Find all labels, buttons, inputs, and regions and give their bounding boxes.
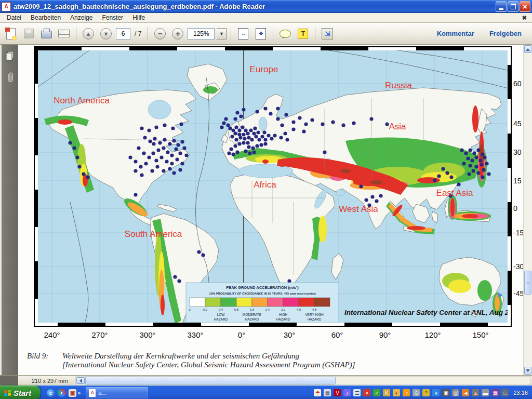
- adobe-reader-app-icon: A: [2, 2, 11, 11]
- x-tick-120: 120°: [420, 330, 445, 339]
- tray-safe-box-icon[interactable]: ▣: [442, 389, 449, 396]
- zoom-in-button[interactable]: +: [170, 26, 185, 42]
- tray-printer-icon[interactable]: ▦: [324, 389, 331, 396]
- start-button[interactable]: Start: [0, 385, 41, 399]
- start-label: Start: [14, 389, 31, 397]
- email-button[interactable]: [56, 26, 72, 42]
- tray-globe-gray-icon[interactable]: ⊙: [413, 389, 420, 396]
- next-page-button[interactable]: ▼: [98, 26, 114, 42]
- horizontal-scrollbar[interactable]: [75, 376, 531, 385]
- tray-signal-tower-icon[interactable]: ▲: [472, 389, 479, 396]
- kommentar-button[interactable]: Kommentar: [430, 30, 482, 37]
- scroll-down-button[interactable]: [524, 367, 531, 375]
- fit-width-button[interactable]: ↔: [235, 26, 251, 42]
- vertical-scrollbar[interactable]: [523, 45, 532, 375]
- tray-green-utility-icon[interactable]: ✓: [373, 389, 380, 396]
- restore-button[interactable]: [508, 1, 518, 12]
- menu-bearbeiten[interactable]: Bearbeiten: [26, 14, 65, 22]
- tray-folder-clock-icon[interactable]: ◐: [393, 389, 400, 396]
- quicklaunch-mail-app-icon[interactable]: ▣: [69, 389, 76, 397]
- scroll-down-icon: [526, 369, 530, 374]
- desktop: A atw2009_12_sadegh_bautechnische_ausleg…: [0, 0, 532, 399]
- save-button[interactable]: [21, 26, 36, 42]
- tray-blocked-app-icon[interactable]: ×: [363, 389, 370, 396]
- tray-task-list-icon[interactable]: ☰: [353, 389, 361, 396]
- menu-bar: Datei Bearbeiten Anzeige Fenster Hilfe ✖: [0, 13, 532, 23]
- x-tick-300: 300°: [135, 330, 160, 339]
- menu-hilfe[interactable]: Hilfe: [128, 14, 150, 22]
- tray-blue-drop-icon[interactable]: ●: [432, 389, 440, 396]
- figure-caption: Bild 9: Weltweite Darstellung der Kernkr…: [18, 352, 486, 369]
- sidebar-footer-block: [0, 376, 18, 385]
- fit-page-button[interactable]: ✥: [253, 26, 269, 42]
- toolbar-separator: [231, 26, 231, 41]
- add-comment-button[interactable]: [277, 26, 293, 42]
- tray-avira-icon[interactable]: ☂: [314, 389, 321, 396]
- save-icon: [24, 29, 34, 38]
- email-icon: [58, 30, 70, 37]
- hide-toolbar-icon[interactable]: ✖: [522, 15, 530, 21]
- minimize-button[interactable]: [496, 1, 507, 12]
- menu-anzeige[interactable]: Anzeige: [65, 14, 97, 22]
- zoom-dropdown-button[interactable]: ▼: [217, 28, 227, 39]
- label-west-asia: West Asia: [339, 204, 378, 214]
- svg-text:2.4: 2.4: [265, 308, 270, 311]
- zoom-level-value[interactable]: 125%: [188, 28, 215, 39]
- page-number-input[interactable]: [116, 28, 130, 39]
- svg-text:4.8: 4.8: [312, 308, 317, 311]
- highlight-text-button[interactable]: T: [295, 26, 311, 42]
- tray-yellow-badge-icon[interactable]: *: [422, 389, 430, 396]
- menu-datei[interactable]: Datei: [2, 14, 26, 22]
- x-tick-90: 90°: [373, 330, 397, 339]
- svg-text:HAZARD: HAZARD: [276, 317, 290, 321]
- up-arrow-icon: ▲: [83, 28, 94, 39]
- label-asia: Asia: [389, 122, 406, 131]
- svg-text:HAZARD: HAZARD: [308, 317, 322, 321]
- comment-bubble-icon: [280, 30, 291, 38]
- quick-launch-chevron-icon[interactable]: »: [77, 390, 81, 396]
- tray-v-app-icon[interactable]: V: [334, 389, 341, 396]
- quicklaunch-internet-explorer-icon[interactable]: e: [47, 389, 55, 397]
- label-europe: Europe: [250, 64, 278, 74]
- pdf-page: North America Europe Russia Asia Africa …: [18, 45, 523, 375]
- taskbar-clock[interactable]: 23:16: [513, 390, 528, 396]
- fullscreen-button[interactable]: ⇲: [320, 26, 335, 42]
- caption-line2: [International Nuclear Safety Center, Gl…: [62, 361, 486, 369]
- world-seismic-hazard-map: North America Europe Russia Asia Africa …: [34, 46, 512, 327]
- taskbar-window-label: a...: [98, 390, 106, 396]
- vertical-scroll-thumb[interactable]: [524, 271, 531, 295]
- label-south-america: South America: [125, 229, 182, 239]
- x-tick-0: 0°: [229, 330, 254, 339]
- previous-page-button[interactable]: ▲: [81, 26, 96, 42]
- x-tick-30: 30°: [277, 330, 302, 339]
- x-tick-60: 60°: [325, 330, 350, 339]
- y-tick-30: 30: [513, 148, 523, 156]
- pages-panel-icon[interactable]: [4, 50, 16, 62]
- open-document-button[interactable]: [3, 26, 19, 42]
- quicklaunch-chrome-icon[interactable]: [58, 389, 65, 397]
- tray-keys-icon[interactable]: K: [383, 389, 390, 396]
- menu-fenster[interactable]: Fenster: [97, 14, 128, 22]
- tray-icons: ☂▦V♪☰×✓K◐◔⊙*●▣@◄▲▬▦□: [314, 389, 509, 396]
- horizontal-scroll-thumb[interactable]: [85, 377, 336, 384]
- print-button[interactable]: [38, 26, 54, 42]
- taskbar-window-button[interactable]: A a...: [86, 387, 148, 398]
- attachments-paperclip-icon[interactable]: [4, 72, 16, 84]
- toolbar-separator: [315, 26, 315, 41]
- tray-swirl-icon[interactable]: @: [452, 389, 459, 396]
- plus-icon: +: [172, 28, 183, 39]
- scroll-left-button[interactable]: [76, 377, 85, 384]
- scroll-left-icon: [77, 379, 82, 383]
- tray-orange-clock-icon[interactable]: ◔: [403, 389, 410, 396]
- tray-purple-grid-icon[interactable]: ▦: [491, 389, 499, 396]
- y-tick-m15: -15: [513, 229, 523, 237]
- freigeben-button[interactable]: Freigeben: [482, 30, 529, 37]
- zoom-out-button[interactable]: −: [152, 26, 168, 42]
- tray-volume-icon[interactable]: ◄: [462, 389, 469, 396]
- scroll-up-button[interactable]: [524, 45, 531, 53]
- scroll-up-icon: [526, 46, 530, 51]
- tray-keyboard-icon[interactable]: ▬: [482, 389, 489, 396]
- close-button[interactable]: ×: [520, 1, 530, 12]
- tray-display-icon[interactable]: □: [501, 389, 509, 396]
- tray-media-notes-icon[interactable]: ♪: [343, 389, 351, 396]
